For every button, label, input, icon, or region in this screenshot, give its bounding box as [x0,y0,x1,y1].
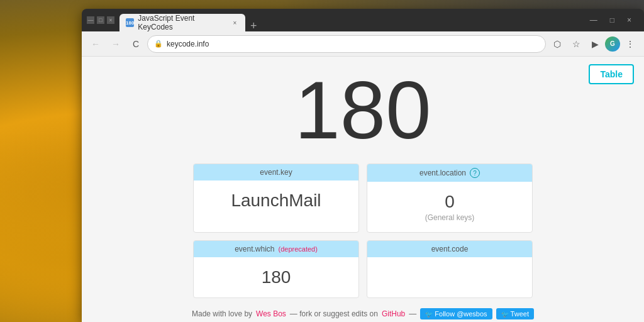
refresh-button[interactable]: C [127,35,145,53]
new-tab-button[interactable]: + [245,20,262,31]
footer-text2: — fork or suggest edits on [290,309,378,318]
profile-avatar[interactable]: G [605,36,620,52]
github-link[interactable]: GitHub [382,309,405,318]
table-button[interactable]: Table [589,64,634,84]
footer-text3: — [409,309,416,318]
tab-bar: 180 JavaScript Event KeyCodes × + [119,9,587,31]
page-content: Table 180 event.key LaunchMail event.loc… [82,57,644,322]
follow-button[interactable]: Follow @wesbos [420,308,492,319]
browser-toolbar: ← → C 🔒 keycode.info ⬡ ☆ ▶ G ⋮ [82,31,644,57]
url-text: keycode.info [167,40,209,48]
extension-button[interactable]: ▶ [586,35,604,53]
tweet-button[interactable]: Tweet [496,308,534,319]
minimize-button[interactable]: — [87,16,94,24]
location-help-icon[interactable]: ? [470,168,480,178]
event-code-body [367,257,532,277]
address-bar[interactable]: 🔒 keycode.info [147,35,546,53]
menu-button[interactable]: ⋮ [621,35,639,53]
tab-title: JavaScript Event KeyCodes [138,14,225,31]
event-location-card: event.location ? 0 (General keys) [367,164,533,233]
event-which-header: event.which (deprecated) [194,241,358,257]
footer: Made with love by Wes Bos — fork or sugg… [189,306,536,322]
browser-titlebar: — □ × 180 JavaScript Event KeyCodes × + … [82,9,644,31]
active-tab[interactable]: 180 JavaScript Event KeyCodes × [119,14,245,31]
toolbar-actions: ⬡ ☆ ▶ G ⋮ [548,35,639,53]
event-location-header: event.location ? [367,164,532,182]
window-controls: — □ × [87,16,114,24]
back-button[interactable]: ← [87,35,104,53]
event-location-subtext: (General keys) [375,213,525,222]
event-which-body: 180 [194,257,358,297]
event-key-card: event.key LaunchMail [193,164,359,233]
event-key-header: event.key [194,164,358,180]
event-which-card: event.which (deprecated) 180 [193,240,359,298]
bookmark-button[interactable]: ☆ [567,35,585,53]
event-code-header: event.code [367,241,532,257]
window-close-action[interactable]: × [625,14,634,26]
browser-window: — □ × 180 JavaScript Event KeyCodes × + … [82,9,644,322]
event-key-value: LaunchMail [201,191,351,211]
event-location-value: 0 [375,192,525,212]
tab-close-button[interactable]: × [231,18,239,27]
cards-grid: event.key LaunchMail event.location ? 0 … [193,164,533,298]
event-key-body: LaunchMail [194,180,358,221]
forward-button[interactable]: → [107,35,125,53]
tab-favicon: 180 [126,18,134,27]
author-link[interactable]: Wes Bos [256,309,286,318]
lock-icon: 🔒 [154,40,163,48]
event-which-value: 180 [201,267,351,287]
event-location-body: 0 (General keys) [367,182,532,232]
event-code-card: event.code [367,240,533,298]
window-action-buttons: — □ × [587,14,639,26]
footer-text1: Made with love by [192,309,252,318]
window-minimize-action[interactable]: — [587,14,600,26]
close-button[interactable]: × [107,16,114,24]
window-maximize-action[interactable]: □ [608,14,617,26]
maximize-button[interactable]: □ [97,16,104,24]
deprecated-label: (deprecated) [279,245,318,253]
keycode-display: 180 [295,69,431,151]
cast-button[interactable]: ⬡ [548,35,566,53]
